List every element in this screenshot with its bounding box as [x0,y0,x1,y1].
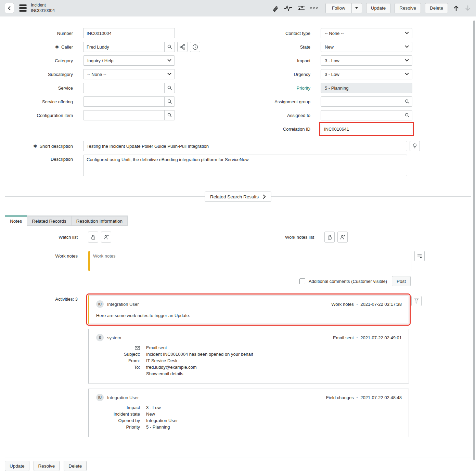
subcategory-select[interactable]: -- None -- [83,69,175,79]
field-row-state: State New [238,42,476,52]
assigned-to-reference-field [321,110,412,120]
work-notes-textarea[interactable] [90,251,412,271]
work-notes-field [88,251,412,271]
service-reference-field [83,83,175,93]
activity-stream-icon[interactable] [284,4,293,13]
category-select[interactable]: Inquiry / Help [83,55,175,66]
additional-actions-menu-icon[interactable] [19,4,27,12]
caller-input[interactable] [83,42,164,52]
assignment-group-label: Assignment group [238,99,310,104]
caller-show-related-button[interactable] [177,42,188,52]
avatar: IU [96,394,104,401]
chevron-down-icon [405,30,409,34]
follow-button[interactable]: Follow [325,3,352,13]
configuration-item-lookup-button[interactable] [164,110,175,120]
tab-resolution-information[interactable]: Resolution Information [71,215,128,226]
correlation-id-input[interactable] [321,124,412,134]
assignment-group-lookup-button[interactable] [402,97,412,106]
service-offering-input[interactable] [83,97,164,106]
field-row-urgency: Urgency 3 - Low [238,69,476,79]
journal-lines-icon [417,254,422,259]
tab-related-records[interactable]: Related Records [27,215,72,226]
state-value: New [325,44,334,50]
personalize-form-icon[interactable] [297,4,306,13]
work-notes-list-add-me-button[interactable] [337,232,348,243]
delete-button-footer[interactable]: Delete [64,461,87,471]
form-header: Incident INC0010004 Follow Update Resolv… [0,0,476,16]
activity-user: system [107,335,121,340]
chevron-right-icon [263,194,266,199]
search-icon [167,85,172,91]
next-record-icon[interactable] [464,5,471,12]
resolve-button-footer[interactable]: Resolve [34,461,60,471]
priority-value: 5 - Planning [325,86,348,91]
search-icon [167,113,172,118]
field-row-category: Category Inquiry / Help [0,55,238,66]
assignment-group-input[interactable] [321,97,402,106]
assigned-to-input[interactable] [321,110,402,120]
field-change-key: Opened by [96,418,140,423]
lightbulb-icon [412,143,417,149]
caret-down-icon [355,7,358,9]
toggle-journal-fields-button[interactable] [414,251,425,261]
update-button-header[interactable]: Update [366,3,391,13]
envelope-icon [135,346,140,350]
configuration-item-input[interactable] [83,110,164,120]
activity-entry-email-sent: S system Email sent • 2021-07-22 02:49:0… [88,329,409,384]
previous-record-icon[interactable] [453,5,460,12]
activities-label: Activities: 3 [5,295,78,302]
subcategory-label: Subcategory [0,72,73,77]
contact-type-select[interactable]: -- None -- [321,28,412,38]
number-input[interactable] [83,28,175,38]
follow-dropdown-button[interactable] [352,3,362,13]
urgency-select[interactable]: 3 - Low [321,69,412,79]
email-to-key: To: [96,365,140,370]
contact-type-label: Contact type [238,31,310,36]
record-type: Incident [31,3,55,8]
post-button[interactable]: Post [392,276,411,286]
delete-button-header[interactable]: Delete [425,3,448,13]
lock-icon [327,234,332,240]
caller-label: ✱Caller [0,44,73,50]
service-offering-lookup-button[interactable] [164,97,175,106]
watch-list-row: Watch list Work notes list [5,232,471,243]
activity-type: Work notes [331,302,354,307]
email-to-value: fred.luddy@example.com [146,365,197,370]
field-row-subcategory: Subcategory -- None -- [0,69,238,79]
service-input[interactable] [83,83,164,93]
watch-list-add-me-button[interactable] [101,232,111,243]
update-button-footer[interactable]: Update [5,461,29,471]
field-row-description: Description Configured using Unifi, the … [0,155,476,176]
assigned-to-lookup-button[interactable] [402,110,412,120]
vertical-scrollbar[interactable] [473,21,475,460]
watch-list-lock-button[interactable] [88,232,98,243]
chevron-down-icon [405,71,409,75]
record-title: Incident INC0010004 [31,3,55,13]
suggestion-button[interactable] [410,141,420,151]
priority-label-link[interactable]: Priority [297,86,310,91]
more-options-icon[interactable] [310,4,319,13]
required-icon: ✱ [55,44,59,50]
search-icon [404,99,410,104]
impact-select[interactable]: 3 - Low [321,55,412,66]
caller-preview-button[interactable] [190,42,200,52]
separator-dot: • [357,302,358,306]
resolve-button-header[interactable]: Resolve [395,3,421,13]
work-notes-list-lock-button[interactable] [324,232,335,243]
service-lookup-button[interactable] [164,83,175,93]
caller-lookup-button[interactable] [164,42,175,52]
activity-filter-button[interactable] [411,296,422,306]
description-textarea[interactable]: Configured using Unifi, the definitive e… [83,155,407,176]
back-button[interactable] [5,3,14,13]
attachment-icon[interactable] [271,4,280,13]
related-search-results-button[interactable]: Related Search Results [205,192,271,202]
chevron-down-icon [405,44,409,48]
caller-reference-field [83,42,175,52]
tab-notes[interactable]: Notes [5,215,27,226]
required-icon: ✱ [34,144,37,149]
show-email-details-link[interactable]: Show email details [146,371,183,376]
additional-comments-checkbox[interactable] [299,278,305,284]
state-select[interactable]: New [321,42,412,52]
service-label: Service [0,86,73,91]
short-description-input[interactable] [83,141,407,151]
